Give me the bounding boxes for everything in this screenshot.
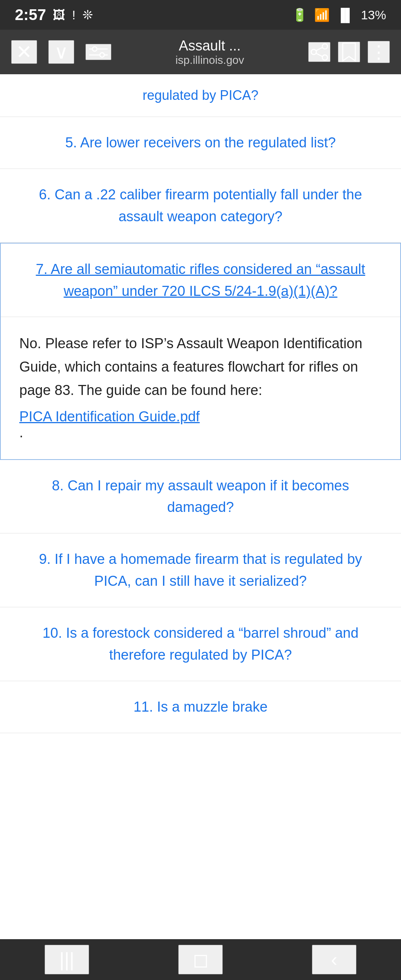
svg-point-7	[311, 49, 316, 54]
faq-answer-after-q7: .	[19, 425, 382, 441]
status-bar: 2:57 🖼 ! ❊ 🔋 📶 ▐▌ 13%	[0, 0, 401, 30]
faq-question-text-q6: 6. Can a .22 caliber firearm potentially…	[39, 187, 362, 224]
faq-item-q5: 5. Are lower receivers on the regulated …	[0, 117, 401, 169]
filter-button[interactable]	[85, 44, 111, 60]
signal-icon: ▐▌	[336, 8, 354, 22]
back-button[interactable]: ‹	[312, 945, 356, 974]
faq-question-text-q10: 10. Is a forestock considered a “barrel …	[42, 625, 358, 663]
nav-bar: ✕ ∨ Assault ... isp.illinois.gov	[0, 30, 401, 74]
faq-question-text-q8: 8. Can I repair my assault weapon if it …	[52, 478, 349, 515]
nav-actions: ⋮	[308, 41, 390, 63]
faq-question-text-q11: 11. Is a muzzle brake	[133, 699, 267, 714]
nav-title-area: Assault ... isp.illinois.gov	[123, 38, 297, 67]
faq-item-q7: 7. Are all semiautomatic rifles consider…	[0, 243, 401, 460]
faq-answer-text-q7: No. Please refer to ISP’s Assault Weapon…	[19, 332, 382, 402]
faq-question-q5[interactable]: 5. Are lower receivers on the regulated …	[0, 117, 401, 169]
photo-icon: 🖼	[53, 8, 65, 22]
svg-line-10	[316, 54, 322, 56]
faq-question-q8[interactable]: 8. Can I repair my assault weapon if it …	[0, 460, 401, 533]
faq-answer-link-q7[interactable]: PICA Identification Guide.pdf	[19, 409, 200, 424]
bookmark-button[interactable]	[338, 41, 360, 62]
battery-percent: 13%	[361, 8, 386, 22]
faq-question-text-q9: 9. If I have a homemade firearm that is …	[39, 551, 362, 589]
faq-item-q6: 6. Can a .22 caliber firearm potentially…	[0, 169, 401, 243]
faq-item-q10: 10. Is a forestock considered a “barrel …	[0, 607, 401, 681]
svg-point-0	[92, 47, 97, 51]
faq-question-q7[interactable]: 7. Are all semiautomatic rifles consider…	[1, 243, 400, 317]
status-left: 2:57 🖼 ! ❊	[15, 6, 93, 24]
partial-faq-item: regulated by PICA?	[0, 74, 401, 117]
faq-question-text-q7: 7. Are all semiautomatic rifles consider…	[36, 261, 365, 299]
more-button[interactable]: ⋮	[368, 41, 390, 63]
content-area: regulated by PICA? 5. Are lower receiver…	[0, 74, 401, 939]
nav-title: Assault ...	[179, 38, 241, 54]
status-time: 2:57	[15, 6, 46, 24]
wifi-icon: 📶	[314, 8, 330, 22]
faq-question-q11[interactable]: 11. Is a muzzle brake	[0, 681, 401, 733]
faq-item-q9: 9. If I have a homemade firearm that is …	[0, 533, 401, 607]
faq-answer-q7: No. Please refer to ISP’s Assault Weapon…	[1, 317, 400, 459]
faq-item-q11: 11. Is a muzzle brake	[0, 681, 401, 733]
partial-item-text: regulated by PICA?	[143, 88, 258, 103]
star-icon: ❊	[83, 8, 93, 22]
bottom-nav-bar: ||| ◻ ‹	[0, 939, 401, 980]
home-button[interactable]: ◻	[178, 945, 223, 974]
share-button[interactable]	[308, 42, 331, 62]
faq-question-q6[interactable]: 6. Can a .22 caliber firearm potentially…	[0, 169, 401, 242]
faq-container: 5. Are lower receivers on the regulated …	[0, 117, 401, 733]
sim-icon: 🔋	[292, 8, 307, 22]
faq-question-q9[interactable]: 9. If I have a homemade firearm that is …	[0, 533, 401, 607]
svg-point-8	[322, 55, 328, 60]
faq-question-q10[interactable]: 10. Is a forestock considered a “barrel …	[0, 607, 401, 681]
dropdown-button[interactable]: ∨	[48, 40, 74, 64]
close-button[interactable]: ✕	[11, 40, 37, 64]
menu-button[interactable]: |||	[45, 945, 89, 974]
svg-line-9	[316, 48, 322, 51]
nav-subtitle: isp.illinois.gov	[175, 54, 244, 67]
notification-icon: !	[72, 8, 75, 22]
faq-item-q8: 8. Can I repair my assault weapon if it …	[0, 460, 401, 534]
status-right: 🔋 📶 ▐▌ 13%	[292, 8, 386, 22]
faq-question-text-q5: 5. Are lower receivers on the regulated …	[65, 135, 336, 150]
svg-point-3	[100, 53, 104, 57]
svg-point-6	[322, 44, 328, 49]
